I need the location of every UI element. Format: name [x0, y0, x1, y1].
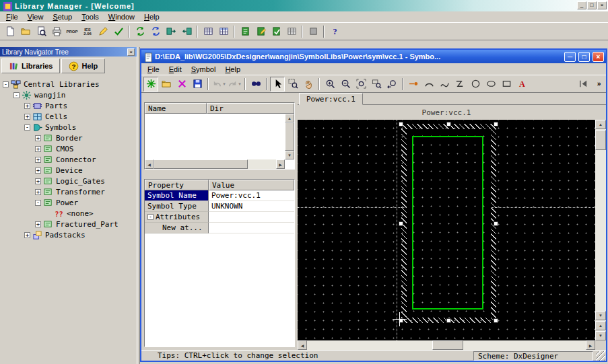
minimize-button[interactable]: _ [577, 1, 586, 9]
expand-icon[interactable]: + [35, 146, 41, 152]
stop-button[interactable] [306, 24, 320, 39]
canvas-horizontal-scrollbar[interactable]: ◀ ▶ [298, 340, 595, 350]
column-name[interactable]: Name [145, 103, 207, 114]
open-folder-button[interactable] [18, 24, 33, 39]
help-button[interactable]: ? [327, 24, 342, 39]
partition-table-button[interactable] [216, 24, 231, 39]
tree-item-padstacks[interactable]: +Padstacks [0, 229, 137, 240]
property-row-new-at[interactable]: New at... [145, 223, 294, 233]
book-edit-button[interactable] [253, 24, 268, 39]
selection-handle[interactable] [494, 318, 498, 323]
expand-icon[interactable]: + [35, 157, 41, 163]
menu-tools[interactable]: Tools [77, 11, 104, 22]
scroll-up-icon[interactable]: ▲ [285, 114, 294, 122]
tab-libraries[interactable]: Libraries [1, 59, 60, 73]
book-verify-button[interactable] [269, 24, 283, 39]
property-name-cell[interactable]: -Attributes [145, 212, 209, 223]
page-up-icon[interactable]: ▲ [595, 321, 606, 330]
grid-button[interactable] [284, 24, 299, 39]
sym-menu-edit[interactable]: Edit [164, 64, 187, 75]
add-zigzag-button[interactable] [452, 77, 467, 92]
new-symbol-button[interactable] [143, 77, 158, 92]
tree-item-parts[interactable]: +Parts [0, 100, 137, 111]
child-maximize-button[interactable]: □ [578, 52, 590, 62]
property-name-cell[interactable]: New at... [145, 223, 209, 233]
table-button[interactable] [201, 24, 215, 39]
edit-pencil-button[interactable] [96, 24, 110, 39]
menu-view[interactable]: View [23, 11, 48, 22]
prop-button[interactable]: PROP [65, 24, 79, 39]
list-horizontal-scrollbar[interactable]: ◀ ▶ [145, 159, 285, 169]
collapse-icon[interactable]: - [147, 214, 154, 220]
scroll-down-icon[interactable]: ▼ [595, 311, 606, 320]
expand-icon[interactable]: + [35, 168, 41, 174]
selection-handle[interactable] [494, 122, 498, 126]
tree-item-transformer[interactable]: +Transformer [0, 186, 137, 197]
add-curve-button[interactable] [437, 77, 452, 92]
sym-menu-file[interactable]: File [143, 64, 164, 75]
find-button[interactable] [248, 77, 263, 92]
collapse-icon[interactable]: - [13, 92, 20, 98]
add-pin-button[interactable] [406, 77, 421, 92]
import-button[interactable] [179, 24, 194, 39]
print-button[interactable] [49, 24, 64, 39]
pin-direction-button[interactable] [576, 77, 590, 92]
child-minimize-button[interactable]: ─ [564, 52, 576, 62]
tree-item-cmos[interactable]: +CMOS [0, 143, 137, 154]
scroll-left-icon[interactable]: ◀ [298, 340, 307, 350]
property-value-cell[interactable] [209, 223, 294, 233]
close-button[interactable]: × [597, 1, 607, 9]
ies-button[interactable]: IES 2.06 [80, 24, 95, 39]
canvas-vertical-scrollbar[interactable]: ▲ ▼ ▲ ▼ [595, 120, 606, 340]
navigator-close-button[interactable]: × [127, 48, 135, 56]
property-value-cell[interactable]: Power:vcc.1 [209, 190, 294, 201]
collapse-icon[interactable]: - [35, 200, 41, 206]
selection-handle[interactable] [494, 221, 498, 226]
zoom-out-button[interactable] [338, 77, 353, 92]
selection-handle[interactable] [446, 122, 451, 126]
select-arrow-button[interactable] [270, 77, 285, 92]
print-preview-button[interactable] [34, 24, 48, 39]
expand-icon[interactable]: + [35, 221, 41, 227]
property-value-cell[interactable]: UNKNOWN [209, 201, 294, 212]
sym-menu-symbol[interactable]: Symbol [187, 64, 221, 75]
update-library-button[interactable] [148, 24, 163, 39]
save-button[interactable] [190, 77, 205, 92]
symbol-canvas[interactable] [298, 120, 595, 340]
dropdown-arrow-icon[interactable]: ▾ [223, 81, 226, 87]
open-folder-button[interactable] [159, 77, 174, 92]
tree-item-central-libraries[interactable]: -Central Libraries [0, 79, 137, 89]
tree-item-connector[interactable]: +Connector [0, 154, 137, 165]
zoom-in-button[interactable] [323, 77, 337, 92]
property-row-symbol-type[interactable]: Symbol TypeUNKNOWN [145, 201, 294, 212]
property-name-cell[interactable]: Symbol Type [145, 201, 209, 212]
scroll-left-icon[interactable]: ◀ [145, 159, 154, 169]
tree-item-wangjin[interactable]: -wangjin [0, 89, 137, 100]
tab-help[interactable]: ? Help [61, 59, 105, 73]
zoom-area-button[interactable] [285, 77, 300, 92]
tree-item-symbols[interactable]: -Symbols [0, 122, 137, 133]
maximize-button[interactable]: □ [587, 1, 597, 9]
add-circle-button[interactable] [468, 77, 483, 92]
zoom-previous-button[interactable] [384, 77, 399, 92]
tree-item-logic-gates[interactable]: +Logic_Gates [0, 176, 137, 186]
tab-power-vcc[interactable]: Power:vcc.1 [299, 93, 363, 105]
zoom-full-button[interactable] [353, 77, 368, 92]
tree-item-cells[interactable]: +Cells [0, 111, 137, 122]
list-vertical-scrollbar[interactable]: ▲ ▼ [285, 114, 294, 159]
undo-button[interactable]: ▾ [211, 77, 226, 92]
expand-icon[interactable]: + [35, 178, 41, 184]
sym-menu-help[interactable]: Help [220, 64, 245, 75]
tree-item-none[interactable]: ??<none> [0, 208, 137, 219]
add-ellipse-button[interactable] [483, 77, 498, 92]
verify-check-button[interactable] [111, 24, 126, 39]
add-arc-button[interactable] [421, 77, 436, 92]
child-close-button[interactable]: × [593, 52, 604, 62]
resize-grip[interactable] [596, 351, 605, 361]
add-text-button[interactable]: A [514, 77, 529, 92]
pan-hand-button[interactable] [301, 77, 316, 92]
sync-library-button[interactable] [133, 24, 147, 39]
book-export-button[interactable] [238, 24, 252, 39]
tree-item-border[interactable]: +Border [0, 133, 137, 143]
scroll-down-icon[interactable]: ▼ [285, 151, 294, 159]
